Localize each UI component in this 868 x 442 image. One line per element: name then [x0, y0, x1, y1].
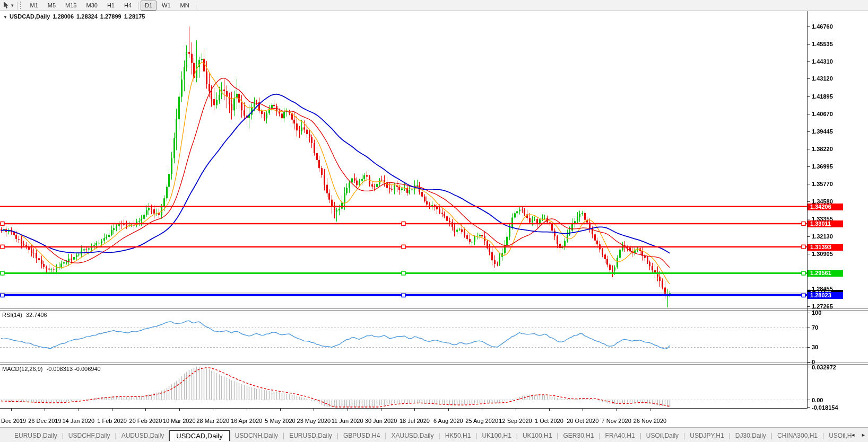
- trading-platform-window: ▾ M1M5M15M30H1H4D1W1MN ▼USDCAD,Daily1.28…: [0, 0, 868, 442]
- price-tick-label: 1.46760: [812, 23, 833, 30]
- price-tick-label: 1.40670: [812, 111, 833, 117]
- date-tick-label: 20 Oct 2020: [567, 418, 598, 424]
- price-tick-label: 1.39445: [812, 128, 833, 135]
- tab-hk50-h1[interactable]: HK50,H1: [440, 430, 476, 441]
- hline-price-label: 1.33011: [808, 220, 843, 227]
- date-tick-label: 11 Jun 2020: [332, 418, 363, 424]
- price-tick-label: 1.35770: [812, 181, 833, 187]
- date-tick-label: 26 Dec 2019: [28, 418, 61, 424]
- date-tick-label: 14 Jan 2020: [62, 418, 94, 424]
- chart-symbol-label: USDCAD,Daily: [10, 13, 50, 20]
- symbol-tabs: EURUSD,Daily|USDCHF,Daily|AUDUSD,DailyUS…: [0, 429, 852, 442]
- cursor-tool-dropdown-caret-icon[interactable]: ▾: [11, 3, 14, 8]
- ohlc-high: 1.28324: [76, 13, 98, 20]
- tab-china300-h1[interactable]: CHINA300,H1: [772, 430, 822, 441]
- tab-usdjpy-h1[interactable]: USDJPY,H1: [685, 430, 728, 441]
- price-tick-label: 1.45535: [812, 41, 833, 47]
- timeframe-button-d1[interactable]: D1: [141, 1, 157, 11]
- tab-scroll-left-button[interactable]: ◂: [852, 431, 855, 438]
- price-tick-label: 1.41895: [812, 93, 833, 100]
- hline-price-label: 1.28023: [808, 292, 843, 299]
- tab-xauusd-daily[interactable]: XAUUSD,Daily: [386, 430, 438, 441]
- chart-title: ▼USDCAD,Daily1.280061.283241.278991.2817…: [3, 13, 145, 20]
- hline-price-label: 1.31393: [808, 244, 843, 251]
- tab-usdchf-daily[interactable]: USDCHF,Daily: [64, 430, 115, 441]
- rsi-tick-label: 100: [812, 310, 821, 316]
- date-tick-label: 10 Mar 2020: [163, 418, 196, 424]
- date-tick-label: 18 Jul 2020: [400, 418, 430, 424]
- cursor-tool-icon[interactable]: [2, 1, 11, 10]
- rsi-name: RSI(14): [2, 312, 22, 318]
- price-tick-label: 1.43120: [812, 75, 833, 82]
- tab-ger30-h1[interactable]: GER30,H1: [558, 430, 598, 441]
- date-tick-label: 7 Nov 2020: [602, 418, 631, 424]
- date-tick-label: 5 May 2020: [265, 418, 295, 424]
- tab-fra40-h1[interactable]: FRA40,H1: [601, 430, 640, 441]
- toolbar-drag-grip[interactable]: [20, 2, 23, 9]
- collapse-icon[interactable]: ▼: [3, 15, 7, 20]
- rsi-tick-label: 70: [812, 324, 818, 331]
- tab-eurusd-daily[interactable]: EURUSD,Daily: [10, 430, 62, 441]
- ohlc-close: 1.28175: [124, 13, 145, 20]
- tab-usoil-h[interactable]: USOil,H: [824, 430, 852, 441]
- date-tick-label: 26 Nov 2020: [633, 418, 666, 424]
- tab-usdcnh-daily[interactable]: USDCNH,Daily: [230, 430, 283, 441]
- symbol-tab-bar: EURUSD,Daily|USDCHF,Daily|AUDUSD,DailyUS…: [0, 427, 868, 442]
- tab-usoil-daily[interactable]: USOil,Daily: [641, 430, 683, 441]
- tab-uk100-h1[interactable]: UK100,H1: [477, 430, 516, 441]
- rsi-value: 32.7406: [26, 312, 47, 318]
- price-tick-label: 1.36995: [812, 163, 833, 170]
- chart-area: ▼USDCAD,Daily1.280061.283241.278991.2817…: [0, 0, 868, 442]
- rsi-tick-label: 30: [812, 344, 818, 350]
- tab-dj30-daily[interactable]: DJ30,Daily: [731, 430, 771, 441]
- price-tick-label: 1.38220: [812, 146, 833, 152]
- tab-uk100-h1[interactable]: UK100,H1: [518, 430, 557, 441]
- timeframe-buttons: M1M5M15M30H1H4D1W1MN: [25, 1, 198, 11]
- date-tick-label: 1 Oct 2020: [535, 418, 563, 424]
- macd-tick-label: -0.018154: [812, 404, 838, 411]
- macd-values: -0.008313 -0.006940: [46, 366, 100, 372]
- date-tick-label: 20 Feb 2020: [129, 418, 162, 424]
- ohlc-open: 1.28006: [53, 13, 74, 20]
- date-tick-label: 1 Feb 2020: [97, 418, 127, 424]
- tab-scroll-arrows: ◂ ▸: [852, 431, 865, 438]
- toolbar-separator: [138, 2, 138, 10]
- macd-indicator-label: MACD(12,26,9) -0.008313 -0.006940: [2, 366, 101, 372]
- date-tick-label: 28 Mar 2020: [196, 418, 229, 424]
- price-tick-label: 1.30905: [812, 251, 833, 257]
- timeframe-button-m15[interactable]: M15: [61, 1, 81, 11]
- date-tick-label: 7 Dec 2019: [0, 418, 26, 424]
- timeframe-button-m1[interactable]: M1: [26, 1, 42, 11]
- timeframe-toolbar: ▾ M1M5M15M30H1H4D1W1MN: [0, 0, 868, 11]
- timeframe-button-m5[interactable]: M5: [44, 1, 60, 11]
- date-tick-label: 30 Jun 2020: [365, 418, 397, 424]
- timeframe-button-mn[interactable]: MN: [176, 1, 194, 11]
- macd-name: MACD(12,26,9): [2, 366, 42, 372]
- date-tick-label: 6 Aug 2020: [433, 418, 463, 424]
- tab-gbpusd-h4[interactable]: GBPUSD,H4: [338, 430, 385, 441]
- tab-usdcad-daily[interactable]: USDCAD,Daily: [169, 430, 230, 441]
- timeframe-button-h4[interactable]: H4: [120, 1, 136, 11]
- timeframe-button-m30[interactable]: M30: [82, 1, 102, 11]
- hline-price-label: 1.29561: [808, 270, 843, 277]
- ohlc-low: 1.27899: [100, 13, 121, 20]
- date-tick-label: 25 Aug 2020: [465, 418, 498, 424]
- macd-tick-label: 0.00: [812, 397, 823, 403]
- macd-tick-label: 0.032972: [812, 364, 836, 370]
- rsi-indicator-label: RSI(14) 32.7406: [2, 312, 47, 318]
- price-tick-label: 1.27265: [812, 303, 833, 310]
- tab-audusd-daily[interactable]: AUDUSD,Daily: [117, 430, 169, 441]
- hline-price-label: 1.34206: [808, 204, 843, 210]
- date-tick-label: 16 Apr 2020: [231, 418, 262, 424]
- price-tick-label: 1.32130: [812, 233, 833, 240]
- date-tick-label: 12 Sep 2020: [499, 418, 532, 424]
- timeframe-button-w1[interactable]: W1: [158, 1, 175, 11]
- tab-eurusd-daily[interactable]: EURUSD,Daily: [284, 430, 337, 441]
- timeframe-button-h1[interactable]: H1: [103, 1, 119, 11]
- date-tick-label: 23 May 2020: [297, 418, 331, 424]
- tab-scroll-right-button[interactable]: ▸: [862, 431, 865, 438]
- price-tick-label: 1.44310: [812, 58, 833, 65]
- date-axis[interactable]: 7 Dec 201926 Dec 201914 Jan 20201 Feb 20…: [0, 418, 807, 426]
- toolbar-separator: [17, 2, 18, 10]
- toolbar-separator: [196, 2, 196, 10]
